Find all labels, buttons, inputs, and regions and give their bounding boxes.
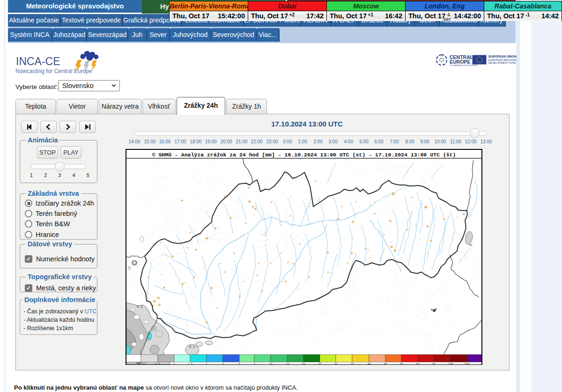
svg-text:0.1: 0.1 (189, 345, 195, 349)
svg-text:25: 25 (318, 362, 322, 364)
svg-text:2: 2 (206, 362, 207, 364)
svg-text:1: 1 (173, 362, 175, 364)
svg-text:40: 40 (367, 362, 371, 364)
svg-text:10: 10 (269, 362, 273, 364)
svg-text:5: 5 (238, 362, 240, 364)
svg-text:0.1: 0.1 (139, 362, 144, 364)
svg-text:50: 50 (399, 362, 403, 364)
svg-text:20: 20 (302, 362, 305, 364)
svg-text:3: 3 (222, 362, 224, 364)
svg-text:300: 300 (465, 362, 470, 364)
svg-text:70: 70 (432, 362, 436, 364)
svg-text:60: 60 (416, 362, 420, 364)
svg-text:1.5: 1.5 (188, 362, 193, 364)
svg-text:45: 45 (384, 362, 387, 364)
svg-text:35: 35 (350, 362, 354, 364)
svg-text:0.1: 0.1 (137, 305, 143, 309)
svg-text:0.5: 0.5 (155, 362, 161, 364)
svg-text:100: 100 (448, 362, 453, 364)
svg-text:7: 7 (253, 362, 255, 364)
svg-text:© SHMÚ - Analýza zrážok za 24: © SHMÚ - Analýza zrážok za 24 hod [mm] -… (152, 152, 456, 158)
svg-text:15: 15 (286, 362, 289, 364)
svg-text:30: 30 (334, 362, 338, 364)
